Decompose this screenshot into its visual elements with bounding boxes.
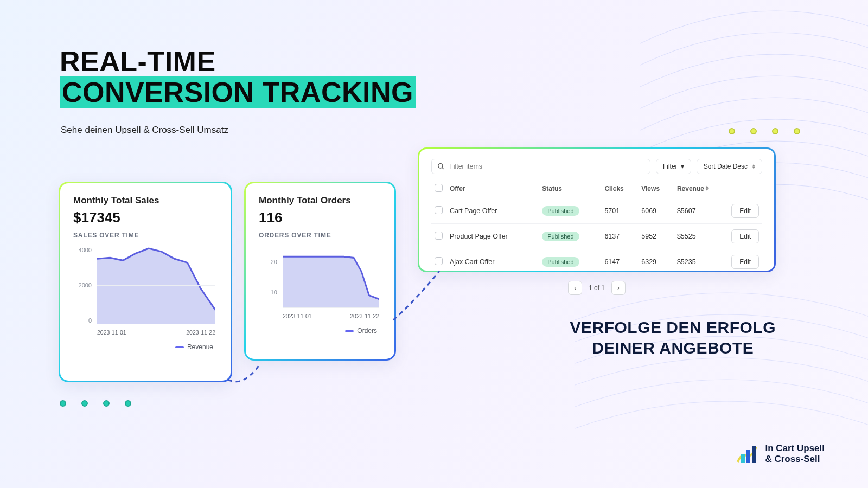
brand-icon <box>736 442 758 465</box>
sales-chart: 4000 2000 0 2023-11-01 2023-11-22 <box>73 247 218 339</box>
sales-ytick: 0 <box>88 317 95 324</box>
pagination: ‹ 1 of 1 › <box>431 281 762 295</box>
orders-legend: Orders <box>259 327 381 335</box>
orders-card: Monthly Total Orders 116 ORDERS OVER TIM… <box>244 182 396 361</box>
table-row: Product Page OfferPublished61375952$5525… <box>431 224 762 249</box>
cell-views: 5952 <box>638 224 674 249</box>
row-checkbox[interactable] <box>435 257 443 265</box>
cell-views: 6329 <box>638 249 674 275</box>
edit-button[interactable]: Edit <box>731 229 759 243</box>
subtitle: Sehe deinen Upsell & Cross-Sell Umsatz <box>61 125 228 136</box>
cell-views: 6069 <box>638 198 674 224</box>
callout-line2: DEINER ANGEBOTE <box>592 339 754 357</box>
cell-offer: Ajax Cart Offer <box>446 249 539 275</box>
filter-button[interactable]: Filter▾ <box>656 159 691 174</box>
callout-line1: VERFOLGE DEN ERFOLG <box>570 318 776 336</box>
cell-clicks: 6147 <box>601 249 638 275</box>
orders-card-sublabel: ORDERS OVER TIME <box>259 232 381 239</box>
row-checkbox[interactable] <box>435 206 443 214</box>
brand-line1: In Cart Upsell <box>765 443 825 454</box>
sales-card-sublabel: SALES OVER TIME <box>73 232 218 239</box>
headline-line2: CONVERSION TRACKING <box>60 76 416 108</box>
cell-clicks: 5701 <box>601 198 638 224</box>
svg-rect-4 <box>752 446 756 463</box>
row-checkbox[interactable] <box>435 232 443 240</box>
sales-ytick: 2000 <box>79 282 95 288</box>
cell-offer: Cart Page Offer <box>446 198 539 224</box>
table-row: Cart Page OfferPublished57016069$5607Edi… <box>431 198 762 224</box>
select-all-checkbox[interactable] <box>435 184 443 192</box>
cell-revenue: $5525 <box>674 224 728 249</box>
sales-legend: Revenue <box>73 343 218 351</box>
caret-down-icon: ▾ <box>681 163 684 170</box>
page-indicator: 1 of 1 <box>589 284 605 292</box>
search-icon <box>437 163 445 170</box>
cell-revenue: $5235 <box>674 249 728 275</box>
sales-ytick: 4000 <box>79 247 95 253</box>
edit-button[interactable]: Edit <box>731 204 759 218</box>
sort-icon: ▴▾ <box>752 164 755 170</box>
decorative-dots-yellow <box>729 128 800 134</box>
orders-card-value: 116 <box>259 209 381 226</box>
sales-xtick: 2023-11-22 <box>186 329 215 336</box>
sort-icon: ▴▾ <box>706 185 709 191</box>
decorative-dots-teal <box>60 400 131 407</box>
col-offer[interactable]: Offer <box>446 179 539 198</box>
search-input[interactable]: Filter items <box>431 159 650 174</box>
status-badge: Published <box>542 206 579 216</box>
headline: REAL-TIME CONVERSION TRACKING <box>60 46 416 108</box>
svg-rect-3 <box>746 450 750 463</box>
edit-button[interactable]: Edit <box>731 255 759 269</box>
brand-logo: In Cart Upsell & Cross-Sell <box>736 442 825 465</box>
sales-xtick: 2023-11-01 <box>97 329 126 336</box>
table-row: Ajax Cart OfferPublished61476329$5235Edi… <box>431 249 762 275</box>
offers-table: Offer Status Clicks Views Revenue▴▾ Cart… <box>431 179 762 274</box>
sales-card: Monthly Total Sales $17345 SALES OVER TI… <box>59 182 232 382</box>
brand-line2: & Cross-Sell <box>765 454 825 465</box>
offers-table-card: Filter items Filter▾ Sort Date Desc▴▾ Of… <box>418 147 776 272</box>
orders-ytick: 20 <box>271 259 280 265</box>
col-views[interactable]: Views <box>638 179 674 198</box>
status-badge: Published <box>542 257 579 267</box>
col-clicks[interactable]: Clicks <box>601 179 638 198</box>
status-badge: Published <box>542 232 579 241</box>
headline-line1: REAL-TIME <box>60 46 216 77</box>
cell-revenue: $5607 <box>674 198 728 224</box>
svg-line-1 <box>442 168 444 169</box>
sales-card-value: $17345 <box>73 209 218 226</box>
col-status[interactable]: Status <box>539 179 601 198</box>
orders-xtick: 2023-11-01 <box>283 313 312 319</box>
svg-rect-2 <box>741 454 745 463</box>
svg-point-0 <box>438 164 443 168</box>
orders-xtick: 2023-11-22 <box>350 313 379 319</box>
cell-offer: Product Page Offer <box>446 224 539 249</box>
cell-clicks: 6137 <box>601 224 638 249</box>
orders-chart: 20 10 2023-11-01 2023-11-22 <box>259 247 381 323</box>
sort-button[interactable]: Sort Date Desc▴▾ <box>697 159 762 174</box>
orders-ytick: 10 <box>271 289 280 296</box>
orders-card-title: Monthly Total Orders <box>259 195 381 206</box>
callout: VERFOLGE DEN ERFOLG DEINER ANGEBOTE <box>570 317 776 358</box>
sales-card-title: Monthly Total Sales <box>73 195 218 206</box>
prev-page-button[interactable]: ‹ <box>568 281 582 295</box>
col-revenue[interactable]: Revenue▴▾ <box>674 179 728 198</box>
next-page-button[interactable]: › <box>611 281 626 295</box>
